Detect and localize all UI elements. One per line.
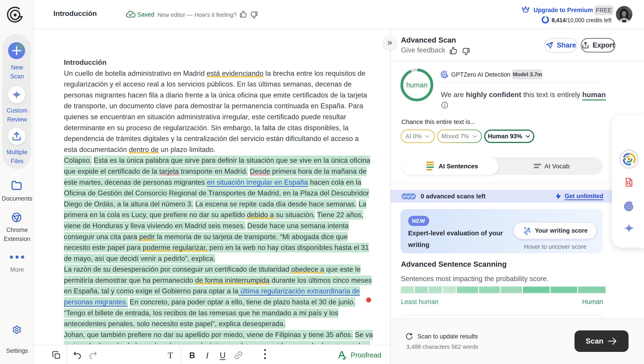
- svg-text:human: human: [406, 81, 428, 89]
